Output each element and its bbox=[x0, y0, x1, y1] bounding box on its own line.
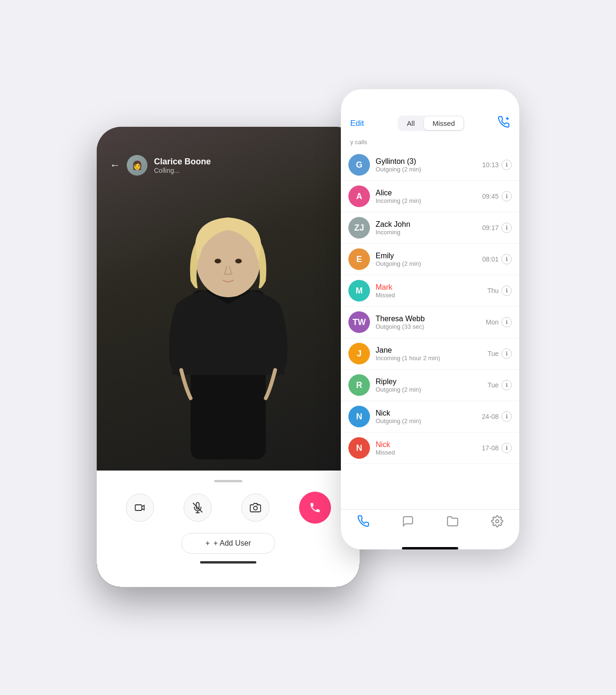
contact-avatar: ZJ bbox=[348, 217, 370, 239]
call-detail: Incoming bbox=[376, 229, 477, 236]
contact-name: Emily bbox=[376, 252, 477, 260]
call-info: Gyllinton (3)Outgoing (2 min) bbox=[376, 157, 477, 173]
call-list-item[interactable]: NNickMissed17-08ℹ bbox=[341, 432, 519, 464]
call-list-item[interactable]: MMarkMissedThuℹ bbox=[341, 275, 519, 307]
call-info: AliceIncoming (2 min) bbox=[376, 189, 477, 204]
svg-point-12 bbox=[495, 520, 499, 523]
tab-messages[interactable] bbox=[385, 515, 430, 530]
info-button[interactable]: ℹ bbox=[501, 223, 512, 233]
video-button[interactable] bbox=[126, 494, 154, 522]
add-user-button[interactable]: + + Add User bbox=[181, 533, 275, 554]
call-time: 08:01ℹ bbox=[482, 254, 512, 264]
call-list-item[interactable]: AAliceIncoming (2 min)09:45ℹ bbox=[341, 181, 519, 212]
tab-bar bbox=[341, 509, 519, 544]
svg-rect-5 bbox=[135, 505, 142, 510]
section-label: y calls bbox=[341, 137, 519, 149]
drag-handle bbox=[214, 480, 242, 482]
person-svg bbox=[148, 196, 308, 459]
mute-button[interactable] bbox=[184, 494, 212, 522]
time-label: 09:17 bbox=[482, 224, 499, 232]
contact-avatar: J bbox=[348, 343, 370, 364]
contact-name: Nick bbox=[376, 440, 476, 449]
info-button[interactable]: ℹ bbox=[501, 317, 512, 327]
call-name-group: Clarice Boone Colling... bbox=[154, 157, 211, 174]
contact-avatar: E bbox=[348, 248, 370, 270]
message-tab-icon bbox=[402, 515, 414, 530]
contact-name: Ripley bbox=[376, 378, 482, 386]
contact-avatar: R bbox=[348, 374, 370, 396]
call-bottom-bar: + + Add User bbox=[97, 471, 360, 587]
info-button[interactable]: ℹ bbox=[501, 286, 512, 296]
time-label: Tue bbox=[487, 350, 499, 357]
svg-point-3 bbox=[215, 259, 221, 263]
home-indicator bbox=[200, 561, 256, 564]
contact-avatar: N bbox=[348, 406, 370, 427]
info-button[interactable]: ℹ bbox=[501, 348, 512, 359]
call-list-item[interactable]: EEmilyOutgoing (2 min)08:01ℹ bbox=[341, 244, 519, 275]
call-time: Thuℹ bbox=[487, 286, 512, 296]
caller-image bbox=[97, 185, 360, 471]
call-info: MarkMissed bbox=[376, 283, 482, 299]
contact-name: Zack John bbox=[376, 220, 477, 229]
call-time: 17-08ℹ bbox=[482, 443, 512, 453]
contact-name: Alice bbox=[376, 189, 477, 197]
svg-point-9 bbox=[254, 506, 257, 510]
call-background: ← 👩 Clarice Boone Colling... bbox=[97, 127, 360, 471]
call-info: RipleyOutgoing (2 min) bbox=[376, 378, 482, 393]
call-controls bbox=[111, 492, 346, 524]
call-list-item[interactable]: ZJZack JohnIncoming09:17ℹ bbox=[341, 212, 519, 244]
info-button[interactable]: ℹ bbox=[501, 380, 512, 390]
segment-missed[interactable]: Missed bbox=[424, 116, 463, 130]
segment-all[interactable]: All bbox=[399, 116, 424, 130]
add-icon: + bbox=[206, 539, 210, 548]
back-button[interactable]: ← bbox=[110, 159, 120, 171]
info-button[interactable]: ℹ bbox=[501, 411, 512, 422]
info-button[interactable]: ℹ bbox=[501, 160, 512, 170]
call-info: EmilyOutgoing (2 min) bbox=[376, 252, 477, 267]
time-label: 08:01 bbox=[482, 255, 499, 263]
call-detail: Outgoing (2 min) bbox=[376, 386, 482, 393]
call-time: 24-08ℹ bbox=[482, 411, 512, 422]
contacts-tab-icon bbox=[447, 515, 459, 530]
call-detail: Missed bbox=[376, 292, 482, 299]
time-label: 24-08 bbox=[482, 413, 499, 420]
tab-settings[interactable] bbox=[475, 515, 519, 530]
tab-calls[interactable] bbox=[341, 515, 385, 530]
scene: ← 👩 Clarice Boone Colling... bbox=[97, 89, 519, 606]
call-detail: Incoming (2 min) bbox=[376, 197, 477, 204]
recents-phone: Edit All Missed y calls GGyllinton (3)Ou… bbox=[341, 89, 519, 549]
call-detail: Outgoing (2 min) bbox=[376, 417, 476, 425]
call-info: JaneIncoming (1 hour 2 min) bbox=[376, 346, 482, 362]
contact-name: Jane bbox=[376, 346, 482, 355]
time-label: 10:13 bbox=[482, 161, 499, 169]
settings-tab-icon bbox=[491, 515, 503, 530]
time-label: Thu bbox=[487, 287, 499, 294]
call-detail: Outgoing (2 min) bbox=[376, 260, 477, 267]
svg-point-4 bbox=[235, 259, 242, 263]
camera-flip-button[interactable] bbox=[241, 494, 270, 522]
end-call-button[interactable] bbox=[299, 492, 331, 524]
contact-name: Mark bbox=[376, 283, 482, 292]
contact-avatar: N bbox=[348, 437, 370, 459]
info-button[interactable]: ℹ bbox=[501, 254, 512, 264]
call-list-item[interactable]: JJaneIncoming (1 hour 2 min)Tueℹ bbox=[341, 338, 519, 370]
contact-name: Theresa Webb bbox=[376, 315, 480, 323]
call-time: 09:45ℹ bbox=[482, 191, 512, 201]
time-label: Tue bbox=[487, 381, 499, 389]
call-list-item[interactable]: NNickOutgoing (2 min)24-08ℹ bbox=[341, 401, 519, 432]
call-detail: Outgoing (33 sec) bbox=[376, 323, 480, 330]
time-label: 09:45 bbox=[482, 193, 499, 200]
add-user-label: + Add User bbox=[214, 539, 251, 548]
call-phone: ← 👩 Clarice Boone Colling... bbox=[97, 127, 360, 587]
info-button[interactable]: ℹ bbox=[501, 443, 512, 453]
call-list-item[interactable]: GGyllinton (3)Outgoing (2 min)10:13ℹ bbox=[341, 149, 519, 181]
call-info: Theresa WebbOutgoing (33 sec) bbox=[376, 315, 480, 330]
contact-avatar: A bbox=[348, 185, 370, 207]
call-time: Tueℹ bbox=[487, 348, 512, 359]
call-list-item[interactable]: RRipleyOutgoing (2 min)Tueℹ bbox=[341, 370, 519, 401]
add-call-button[interactable] bbox=[498, 116, 510, 131]
call-list-item[interactable]: TWTheresa WebbOutgoing (33 sec)Monℹ bbox=[341, 307, 519, 338]
tab-contacts[interactable] bbox=[430, 515, 475, 530]
info-button[interactable]: ℹ bbox=[501, 191, 512, 201]
call-detail: Outgoing (2 min) bbox=[376, 166, 477, 173]
